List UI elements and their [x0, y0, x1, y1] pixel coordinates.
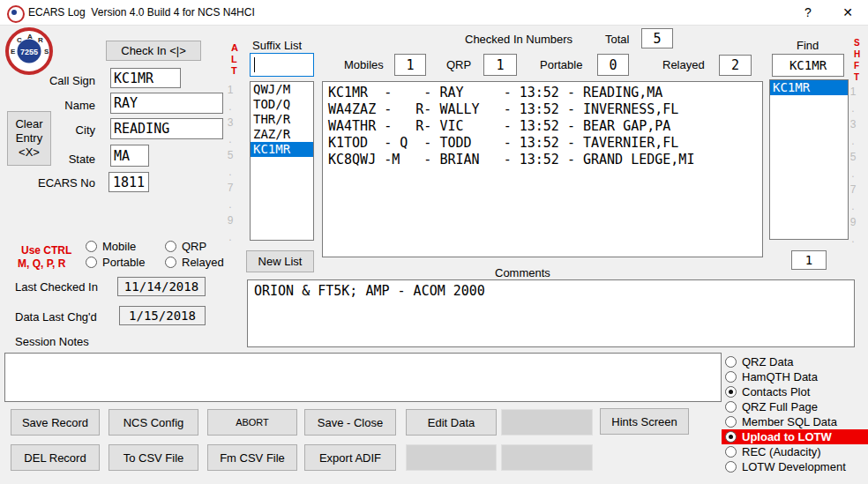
ctrl-hint-line1: Use CTRL [21, 244, 71, 257]
shft-number: 1 [847, 86, 859, 98]
name-input[interactable] [110, 93, 223, 114]
upload-to-lotw-radio-circle[interactable] [725, 431, 737, 443]
clear-entry-button[interactable]: Clear Entry <X> [7, 111, 51, 166]
blank-button[interactable] [501, 409, 593, 436]
checkin-row[interactable]: WA4THR - R- VIC - 13:52 - BEAR GAP,PA [328, 118, 757, 135]
mobile-radio[interactable]: Mobile [82, 240, 136, 253]
state-input[interactable] [110, 145, 149, 167]
contacts-plot-radio[interactable]: Contacts Plot [722, 384, 868, 399]
upload-to-lotw-radio-label: Upload to LOTW [742, 430, 832, 443]
relayed-radio-circle[interactable] [165, 257, 176, 268]
qrz-full-page-radio-circle[interactable] [725, 401, 737, 413]
find-item-selected[interactable]: KC1MR [770, 80, 848, 95]
qrz-data-radio[interactable]: QRZ Data [722, 354, 868, 369]
blank-button[interactable] [501, 444, 593, 471]
shft-hint-letter: S [854, 38, 860, 48]
ecars-no-label: ECARS No [9, 176, 95, 190]
alt-number: . [224, 101, 236, 113]
mobiles-value-box: 1 [394, 54, 426, 76]
ncs-config-button[interactable]: NCS Config [108, 409, 198, 436]
portable-radio-circle[interactable] [86, 257, 97, 268]
suffix-item[interactable]: THR/R [251, 112, 313, 127]
fm-csv-file-button[interactable]: Fm CSV File [207, 444, 297, 471]
upload-to-lotw-radio[interactable]: Upload to LOTW [722, 429, 868, 444]
portable-radio[interactable]: Portable [82, 256, 145, 269]
contacts-plot-radio-circle[interactable] [725, 386, 737, 398]
blank-button[interactable] [406, 444, 497, 471]
call-sign-input[interactable] [110, 68, 181, 88]
mobile-radio-circle[interactable] [86, 241, 97, 252]
relayed-radio-label: Relayed [182, 256, 224, 269]
logo-letter: R [38, 36, 43, 44]
qrp-radio-circle[interactable] [165, 241, 176, 252]
clear-entry-line: Entry [16, 131, 42, 145]
ecars-log-window: ECARS Log Version 4.0 Build 4 for NCS N4… [0, 0, 868, 484]
call-sign-label: Call Sign [9, 74, 95, 87]
member-sql-data-radio-circle[interactable] [725, 416, 737, 428]
suffix-item[interactable]: ZAZ/R [251, 127, 313, 142]
edit-data-button[interactable]: Edit Data [406, 409, 497, 436]
hints-screen-button[interactable]: Hints Screen [600, 408, 689, 435]
relayed-value-box: 2 [719, 55, 752, 76]
app-icon [7, 5, 25, 23]
relayed-radio[interactable]: Relayed [161, 256, 224, 269]
qrz-full-page-radio[interactable]: QRZ Full Page [722, 399, 868, 414]
data-last-changed-label: Data Last Chg'd [15, 310, 97, 324]
title-bar: ECARS Log Version 4.0 Build 4 for NCS N4… [0, 0, 868, 26]
alt-number: . [224, 133, 236, 145]
alt-number: . [224, 166, 236, 178]
shft-hint-letter: T [854, 72, 859, 83]
checkin-listbox[interactable]: KC1MR - - RAY - 13:52 - READING,MA WA4ZA… [322, 81, 763, 257]
suffix-item[interactable]: TOD/Q [251, 97, 313, 112]
to-csv-file-button[interactable]: To CSV File [108, 444, 198, 471]
city-input[interactable] [110, 118, 223, 139]
suffix-item-selected[interactable]: KC1MR [251, 142, 313, 157]
shft-hint-letter: H [854, 49, 860, 60]
hamqth-data-radio-circle[interactable] [725, 371, 737, 383]
suffix-input[interactable] [250, 53, 314, 77]
new-list-button[interactable]: New List [246, 250, 314, 272]
mobiles-label: Mobiles [344, 58, 384, 71]
checkin-row[interactable]: WA4ZAZ - R- WALLY - 13:52 - INVERNESS,FL [328, 101, 757, 118]
suffix-listbox[interactable]: QWJ/M TOD/Q THR/R ZAZ/R KC1MR [250, 81, 314, 241]
ecars-no-input[interactable] [108, 172, 149, 192]
shft-number: . [847, 135, 859, 147]
comments-box[interactable]: ORION & FT5K; AMP - ACOM 2000 [247, 279, 855, 347]
total-value-box: 5 [641, 28, 673, 48]
rec-audacity-radio-circle[interactable] [725, 446, 737, 458]
checkin-row[interactable]: K1TOD - Q - TODD - 13:52 - TAVERNIER,FL [328, 135, 757, 152]
portable-count-label: Portable [540, 58, 582, 71]
suffix-list-label: Suffix List [252, 39, 302, 52]
close-button[interactable]: ✕ [827, 0, 868, 25]
hamqth-data-radio[interactable]: HamQTH Data [722, 369, 868, 384]
rec-audacity-radio[interactable]: REC (Audacity) [722, 444, 868, 459]
export-adif-button[interactable]: Export ADIF [304, 444, 396, 471]
suffix-item[interactable]: QWJ/M [251, 82, 313, 97]
shft-number: . [847, 200, 859, 212]
save-close-button[interactable]: Save - Close [304, 409, 396, 436]
find-listbox[interactable]: KC1MR [769, 79, 849, 240]
find-input[interactable] [772, 54, 844, 77]
shft-number: . [847, 233, 859, 245]
member-sql-data-radio[interactable]: Member SQL Data [722, 414, 868, 429]
alt-hint-letter: A [231, 42, 238, 53]
window-title: ECARS Log Version 4.0 Build 4 for NCS N4… [28, 0, 255, 25]
del-record-button[interactable]: DEL Record [11, 444, 100, 471]
check-in-button[interactable]: Check In <|> [106, 41, 201, 61]
qrp-radio[interactable]: QRP [161, 240, 206, 253]
help-button[interactable]: ? [792, 0, 824, 25]
qrz-data-radio-circle[interactable] [725, 356, 737, 368]
lotw-development-radio[interactable]: LOTW Development [722, 459, 868, 474]
session-notes-textarea[interactable] [4, 353, 722, 402]
abort-button[interactable]: ABORT [207, 409, 297, 436]
contacts-plot-radio-label: Contacts Plot [742, 385, 810, 398]
checkin-row[interactable]: KC1MR - - RAY - 13:52 - READING,MA [328, 85, 757, 101]
total-label: Total [605, 33, 629, 46]
alt-number: . [224, 231, 236, 243]
shft-number: . [847, 102, 859, 115]
lotw-development-radio-circle[interactable] [725, 461, 737, 473]
checkin-row[interactable]: KC8QWJ -M - BRIAN - 13:52 - GRAND LEDGE,… [328, 152, 757, 168]
shft-hint-letter: F [854, 61, 859, 71]
logo-number: 7255 [18, 40, 41, 63]
save-record-button[interactable]: Save Record [11, 409, 100, 436]
